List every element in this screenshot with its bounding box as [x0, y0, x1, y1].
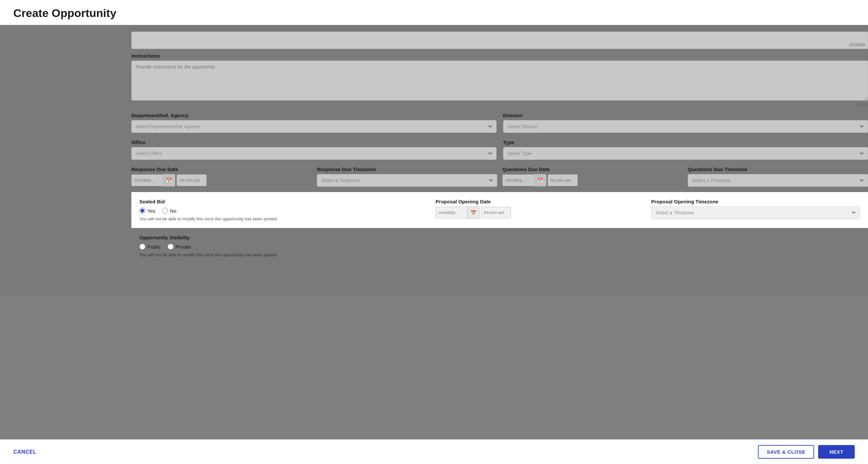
visibility-public-label[interactable]: Public	[140, 244, 161, 250]
right-buttons: SAVE & CLOSE NEXT	[758, 445, 855, 459]
questions-due-timezone-select[interactable]: Select a Timezone	[688, 174, 868, 187]
calendar-icon-3: 📅	[471, 210, 476, 215]
division-group: Division Select Division	[503, 113, 868, 133]
type-group: Type Select Type	[503, 140, 868, 160]
type-select[interactable]: Select Type	[503, 147, 868, 160]
calendar-icon: 📅	[166, 178, 172, 183]
proposal-opening-date-group: Proposal Opening Date 📅	[436, 199, 645, 219]
sealed-bid-yes-label[interactable]: Yes	[140, 208, 155, 214]
bottom-bar: CANCEL SAVE & CLOSE NEXT	[0, 439, 868, 464]
sealed-bid-no-radio[interactable]	[162, 208, 168, 214]
office-group: Office Select Office	[131, 140, 497, 160]
visibility-note: You will not be able to modify this once…	[140, 252, 860, 257]
proposal-opening-date-label: Proposal Opening Date	[436, 199, 645, 204]
response-due-date-label: Response Due Date	[131, 167, 312, 172]
sealed-bid-note: You will not be able to modify this once…	[140, 216, 422, 221]
proposal-opening-group: Proposal Opening Date 📅 Proposal Opening…	[436, 199, 860, 219]
type-label: Type	[503, 140, 868, 145]
instructions-label: Instructions	[131, 53, 868, 59]
proposal-opening-timezone-select[interactable]: Select a Timezone	[651, 206, 860, 219]
sealed-bid-group: Sealed Bid Yes No You will not be able t…	[140, 199, 422, 221]
questions-due-date-calendar-btn[interactable]: 📅	[534, 174, 547, 186]
response-due-timezone-label: Response Due Timezone	[317, 167, 497, 172]
questions-due-time-input[interactable]	[548, 174, 578, 186]
questions-due-date-input[interactable]	[502, 174, 534, 186]
response-due-date-calendar-btn[interactable]: 📅	[163, 174, 175, 186]
dept-label: Department/Ind. Agency	[131, 113, 497, 118]
questions-due-date-label: Questions Due Date	[502, 167, 683, 172]
visibility-public-radio[interactable]	[140, 244, 145, 250]
division-select[interactable]: Select Division	[503, 120, 868, 133]
response-due-date-input[interactable]	[131, 174, 163, 186]
page-header: Create Opportunity	[0, 0, 868, 25]
save-close-button[interactable]: SAVE & CLOSE	[758, 445, 814, 459]
response-due-timezone-select[interactable]: Select a Timezone	[317, 174, 497, 187]
page-title: Create Opportunity	[13, 7, 855, 20]
proposal-opening-date-input[interactable]	[436, 207, 467, 219]
top-char-count: 0/15000	[849, 42, 865, 47]
questions-due-timezone-group: Questions Due Timezone Select a Timezone	[688, 167, 868, 187]
response-due-time-input[interactable]	[177, 174, 207, 186]
sealed-bid-yes-radio[interactable]	[140, 208, 145, 214]
dept-select[interactable]: Select Department/Ind. Agency	[131, 120, 497, 133]
instructions-textarea[interactable]	[131, 61, 868, 100]
questions-due-timezone-label: Questions Due Timezone	[688, 167, 868, 172]
opportunity-visibility-section: Opportunity Visibility Public Private Yo…	[131, 228, 868, 263]
sealed-bid-radio-group: Yes No	[140, 208, 422, 214]
opportunity-visibility-label: Opportunity Visibility	[140, 235, 860, 240]
visibility-radio-group: Public Private	[140, 244, 860, 250]
visibility-private-label[interactable]: Private	[167, 244, 191, 250]
next-button[interactable]: NEXT	[818, 445, 855, 459]
visibility-private-radio[interactable]	[167, 244, 174, 250]
calendar-icon-2: 📅	[537, 178, 543, 183]
cancel-button[interactable]: CANCEL	[13, 449, 37, 455]
response-due-timezone-group: Response Due Timezone Select a Timezone	[317, 167, 497, 187]
proposal-opening-time-input[interactable]	[481, 207, 511, 219]
division-label: Division	[503, 113, 868, 118]
sealed-bid-section: Sealed Bid Yes No You will not be able t…	[131, 192, 868, 228]
proposal-opening-timezone-label: Proposal Opening Timezone	[651, 199, 860, 204]
instructions-char-count: 0/2000	[856, 103, 868, 107]
proposal-opening-calendar-btn[interactable]: 📅	[467, 206, 479, 219]
dept-group: Department/Ind. Agency Select Department…	[131, 113, 497, 133]
office-select[interactable]: Select Office	[131, 147, 497, 160]
sealed-bid-label: Sealed Bid	[140, 199, 422, 204]
proposal-opening-timezone-group: Proposal Opening Timezone Select a Timez…	[651, 199, 860, 219]
office-label: Office	[131, 140, 497, 145]
sealed-bid-no-label[interactable]: No	[162, 208, 176, 214]
questions-due-date-group: Questions Due Date 📅	[502, 167, 683, 187]
response-due-date-group: Response Due Date 📅	[131, 167, 312, 187]
